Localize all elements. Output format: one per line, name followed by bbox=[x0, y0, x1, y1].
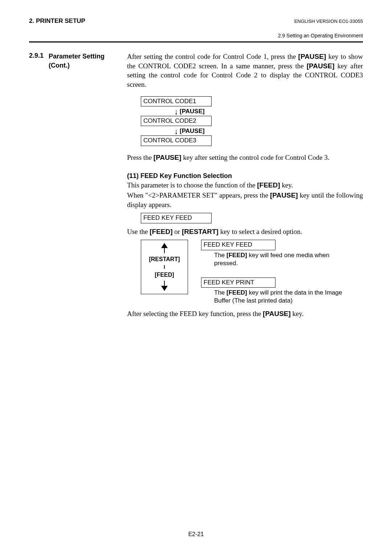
flow-step-pause: ↓ [PAUSE] bbox=[174, 127, 205, 135]
feed-display-wrapper: FEED KEY FEED bbox=[141, 213, 363, 223]
nav-keys-frame: [RESTART] [FEED] bbox=[141, 240, 188, 294]
pause-key-label: [PAUSE] bbox=[154, 154, 181, 161]
text: Press the bbox=[127, 154, 154, 161]
text: key. bbox=[291, 310, 304, 317]
feed-key-label: [FEED] bbox=[226, 289, 247, 296]
text: After setting the control code for Contr… bbox=[127, 53, 298, 60]
page-header: 2. PRINTER SETUP ENGLISH VERSION EO1-330… bbox=[29, 17, 363, 25]
paragraph-select-option: Use the [FEED] or [RESTART] key to selec… bbox=[127, 227, 363, 236]
feed-key-label: [FEED] bbox=[257, 181, 280, 189]
screen-feed-option: FEED KEY FEED bbox=[201, 240, 275, 250]
text: The bbox=[214, 252, 226, 259]
pause-key-label: [PAUSE] bbox=[307, 62, 335, 70]
feed-key-label: [FEED] bbox=[226, 252, 247, 259]
screen-control-code3: CONTROL CODE3 bbox=[141, 135, 212, 146]
screen-control-code1: CONTROL CODE1 bbox=[141, 96, 212, 106]
text: This parameter is to choose the function… bbox=[127, 181, 257, 189]
pause-key-label: [PAUSE] bbox=[180, 108, 205, 115]
text: key after setting the control code for C… bbox=[181, 154, 330, 161]
control-code-flow: CONTROL CODE1 ↓ [PAUSE] CONTROL CODE2 ↓ … bbox=[141, 96, 363, 146]
text: or bbox=[173, 228, 182, 235]
text: When "<2>PARAMETER SET" appears, press t… bbox=[127, 191, 270, 199]
screen-print-option: FEED KEY PRINT bbox=[201, 278, 275, 288]
arrow-down-icon bbox=[161, 281, 168, 291]
feed-key-label: [FEED] bbox=[155, 272, 174, 278]
arrow-down-icon: ↓ bbox=[174, 108, 178, 116]
section-number: 2.9.1 bbox=[29, 52, 44, 70]
restart-key-label: [RESTART] bbox=[149, 256, 180, 263]
paragraph-press-pause: Press the [PAUSE] key after setting the … bbox=[127, 153, 363, 162]
text: key. bbox=[280, 181, 293, 189]
flow-step-pause: ↓ [PAUSE] bbox=[174, 107, 205, 115]
text: key to select a desired option. bbox=[219, 228, 302, 235]
option-list: FEED KEY FEED The [FEED] key will feed o… bbox=[201, 240, 348, 305]
pause-key-label: [PAUSE] bbox=[270, 191, 298, 199]
arrow-up-icon bbox=[161, 243, 168, 253]
text: The bbox=[214, 289, 226, 296]
restart-key-label: [RESTART] bbox=[182, 228, 219, 235]
pause-key-label: [PAUSE] bbox=[180, 127, 205, 135]
text: Use the bbox=[127, 228, 150, 235]
subsection-title: (11) FEED Key Function Selection bbox=[127, 172, 363, 180]
option-nav-block: [RESTART] [FEED] FEED KEY FEED The [FEED… bbox=[141, 240, 363, 305]
feed-key-label: [FEED] bbox=[150, 228, 172, 235]
arrow-down-icon: ↓ bbox=[174, 127, 178, 135]
section-title: Parameter Setting (Cont.) bbox=[49, 52, 127, 70]
paragraph-intro: After setting the control code for Contr… bbox=[127, 52, 363, 89]
pause-key-label: [PAUSE] bbox=[298, 53, 326, 60]
chapter-title: 2. PRINTER SETUP bbox=[29, 17, 85, 25]
option-print-description: The [FEED] key will print the data in th… bbox=[214, 289, 348, 305]
section-path: 2.9 Setting an Operating Environment bbox=[29, 33, 363, 39]
page-number: E2-21 bbox=[0, 531, 392, 538]
version-label: ENGLISH VERSION EO1-33055 bbox=[294, 19, 363, 24]
text: After selecting the FEED key function, p… bbox=[127, 310, 263, 317]
option-feed-description: The [FEED] key will feed one media when … bbox=[214, 251, 348, 267]
connector-line bbox=[164, 265, 165, 269]
paragraph-after-select: After selecting the FEED key function, p… bbox=[127, 309, 363, 319]
header-divider bbox=[29, 41, 363, 42]
pause-key-label: [PAUSE] bbox=[263, 310, 291, 317]
paragraph-feed-intro: This parameter is to choose the function… bbox=[127, 181, 363, 190]
paragraph-parameter-set: When "<2>PARAMETER SET" appears, press t… bbox=[127, 191, 363, 209]
screen-feed-key: FEED KEY FEED bbox=[141, 213, 212, 223]
screen-control-code2: CONTROL CODE2 bbox=[141, 116, 212, 126]
